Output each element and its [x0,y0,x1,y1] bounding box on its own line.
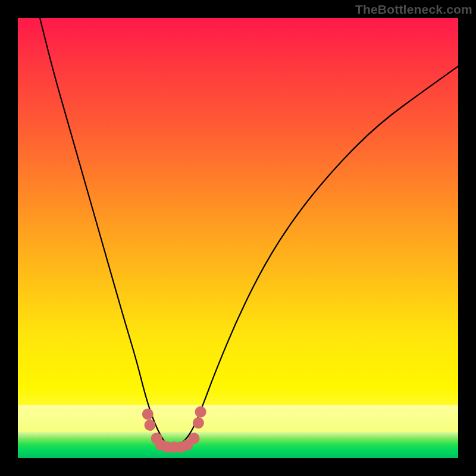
marker-dot [189,433,200,444]
bottleneck-curve [40,18,458,447]
bottom-cluster-markers [142,406,206,453]
marker-dot [142,409,154,420]
plot-area [18,18,458,458]
chart-frame: TheBottleneck.com [0,0,476,476]
marker-dot [195,406,206,418]
marker-dot [193,417,204,428]
watermark-text: TheBottleneck.com [355,2,472,17]
marker-dot [145,419,156,431]
curve-svg [18,18,458,458]
